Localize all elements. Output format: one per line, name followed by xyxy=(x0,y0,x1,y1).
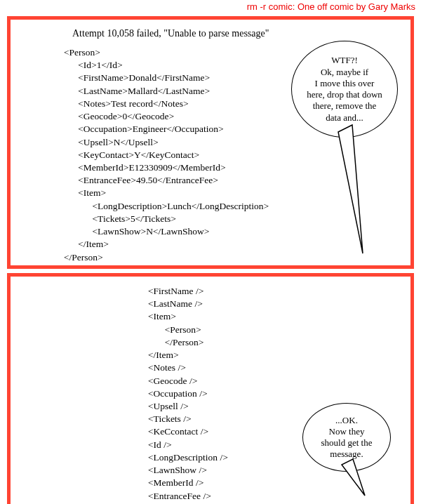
panel-1: Attempt 10,058 failed, "Unable to parse … xyxy=(7,16,414,269)
speech-text-1: WTF?! Ok, maybe if I move this over here… xyxy=(307,55,382,124)
speech-bubble-2: ...OK. Now they should get the message. xyxy=(302,403,391,472)
error-message: Attempt 10,058 failed, "Unable to parse … xyxy=(72,28,399,39)
comic-title: rm -r comic: One off comic by Gary Marks xyxy=(0,0,421,12)
panel-2: <FirstName /> <LastName /> <Item> <Perso… xyxy=(7,273,414,504)
xml-content-2: <FirstName /> <LastName /> <Item> <Perso… xyxy=(148,285,399,503)
speech-text-2: ...OK. Now they should get the message. xyxy=(321,415,373,460)
speech-bubble-1: WTF?! Ok, maybe if I move this over here… xyxy=(291,41,398,138)
